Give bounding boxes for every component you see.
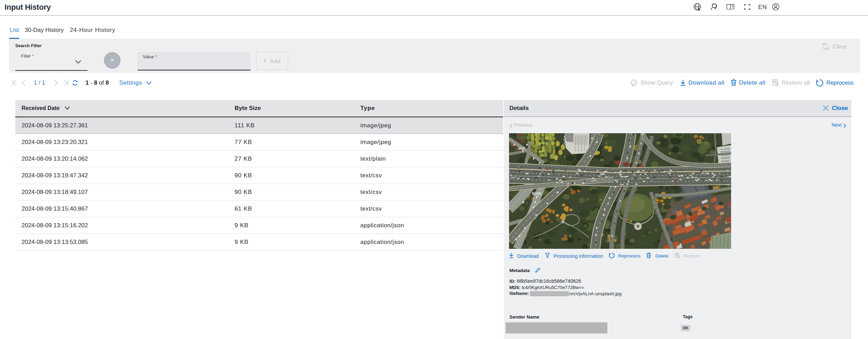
- svg-text:?: ?: [731, 5, 733, 9]
